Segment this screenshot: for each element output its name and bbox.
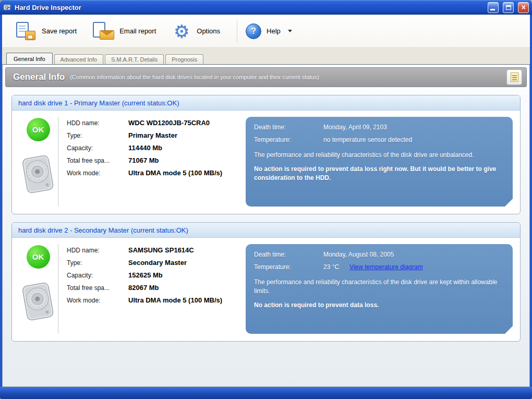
prognosis-panel-1: Death time: Monday, April 09, 2103 Tempe… — [246, 117, 513, 207]
options-button[interactable]: ⚙ Options — [172, 21, 220, 41]
help-button[interactable]: ? Help — [246, 23, 292, 39]
temperature-value: no temperature sensor detected — [323, 136, 412, 143]
help-label: Help — [267, 27, 281, 35]
restore-icon — [506, 5, 511, 10]
tab-advanced-info[interactable]: Advanced Info — [54, 54, 103, 64]
tab-general-info[interactable]: General Info — [6, 53, 53, 64]
drive-1-body: OK — [12, 111, 520, 214]
save-report-label: Save report — [42, 27, 77, 35]
app-body: Save report Email report ⚙ Options ? Hel… — [2, 15, 530, 387]
tab-smart-details[interactable]: S.M.A.R.T. Details — [105, 54, 164, 64]
email-report-icon — [92, 22, 114, 41]
window-frame-bottom — [0, 387, 532, 399]
field-hdd-name: HDD name:SAMSUNG SP1614C — [67, 246, 237, 254]
drive-assessment: The performance and reliability characte… — [254, 151, 504, 160]
page-general-info: General Info (Common information about t… — [2, 64, 530, 387]
drive-2-body: OK — [12, 238, 520, 341]
toolbar-separator — [237, 20, 237, 42]
field-type: Type:Primary Master — [67, 131, 237, 139]
field-free-space: Total free spa...82067 Mb — [67, 284, 237, 292]
field-work-mode: Work mode:Ultra DMA mode 5 (100 MB/s) — [67, 169, 237, 177]
hard-drive-icon — [21, 281, 55, 326]
app-icon — [3, 3, 11, 11]
drive-advice: No action is required to prevent data lo… — [254, 165, 504, 183]
app-window: Hard Drive Inspector × Save report Email… — [0, 0, 532, 399]
options-label: Options — [197, 27, 220, 35]
temperature-row: Temperature: no temperature sensor detec… — [254, 136, 504, 143]
drive-1-status-column: OK — [18, 117, 58, 207]
temperature-diagram-link[interactable]: View temperature diagram — [349, 263, 423, 271]
page-curl-decoration — [505, 326, 513, 334]
field-hdd-name: HDD name:WDC WD1200JB-75CRA0 — [67, 119, 237, 127]
temperature-row: Temperature: 23 °CView temperature diagr… — [254, 263, 504, 271]
drive-panel-2: hard disk drive 2 - Secondary Master (cu… — [11, 222, 521, 342]
drive-2-status-column: OK — [18, 244, 58, 334]
save-report-button[interactable]: Save report — [16, 22, 77, 41]
drive-panel-1: hard disk drive 1 - Primary Master (curr… — [11, 95, 521, 214]
minimize-icon — [490, 9, 495, 10]
death-time-value: Monday, August 08, 2005 — [323, 251, 394, 258]
field-work-mode: Work mode:Ultra DMA mode 5 (100 MB/s) — [67, 296, 237, 304]
close-icon: × — [518, 3, 528, 13]
email-report-label: Email report — [119, 27, 156, 35]
status-badge: OK — [27, 245, 50, 269]
death-time-value: Monday, April 09, 2103 — [323, 124, 387, 131]
help-dropdown-arrow — [288, 30, 292, 32]
titlebar: Hard Drive Inspector × — [0, 0, 532, 15]
field-capacity: Capacity:152625 Mb — [67, 271, 237, 279]
help-icon: ? — [246, 23, 261, 39]
prognosis-panel-2: Death time: Monday, August 08, 2005 Temp… — [246, 244, 513, 334]
drive-2-fields: HDD name:SAMSUNG SP1614C Type:Secondary … — [58, 244, 241, 334]
field-free-space: Total free spa...71067 Mb — [67, 156, 237, 164]
status-badge: OK — [27, 118, 50, 141]
minimize-button[interactable] — [488, 2, 499, 13]
field-capacity: Capacity:114440 Mb — [67, 144, 237, 152]
close-button[interactable]: × — [518, 2, 529, 13]
drive-1-title: hard disk drive 1 - Primary Master (curr… — [12, 95, 520, 111]
save-report-icon — [16, 22, 37, 41]
tab-prognosis[interactable]: Prognosis — [165, 54, 203, 64]
tab-bar: General Info Advanced Info S.M.A.R.T. De… — [2, 48, 530, 64]
drive-1-fields: HDD name:WDC WD1200JB-75CRA0 Type:Primar… — [58, 117, 241, 207]
page-curl-decoration — [505, 199, 513, 207]
death-time-row: Death time: Monday, April 09, 2103 — [254, 124, 504, 131]
drive-2-title: hard disk drive 2 - Secondary Master (cu… — [12, 223, 520, 238]
report-note-button[interactable] — [506, 69, 522, 85]
note-icon — [511, 72, 518, 82]
death-time-row: Death time: Monday, August 08, 2005 — [254, 251, 504, 258]
temperature-value: 23 °CView temperature diagram — [323, 263, 423, 271]
page-header: General Info (Common information about t… — [5, 67, 527, 87]
page-title: General Info — [13, 72, 65, 82]
restore-button[interactable] — [503, 2, 514, 13]
drive-assessment: The performance and reliability characte… — [254, 278, 504, 296]
drive-advice: No action is required to prevent data lo… — [254, 301, 504, 310]
gear-icon: ⚙ — [172, 21, 191, 41]
hard-drive-icon — [21, 154, 55, 199]
field-type: Type:Secondary Master — [67, 259, 237, 267]
page-subtitle: (Common information about the hard disk … — [70, 74, 506, 80]
email-report-button[interactable]: Email report — [92, 22, 156, 41]
window-title: Hard Drive Inspector — [15, 4, 483, 11]
toolbar: Save report Email report ⚙ Options ? Hel… — [2, 15, 530, 48]
